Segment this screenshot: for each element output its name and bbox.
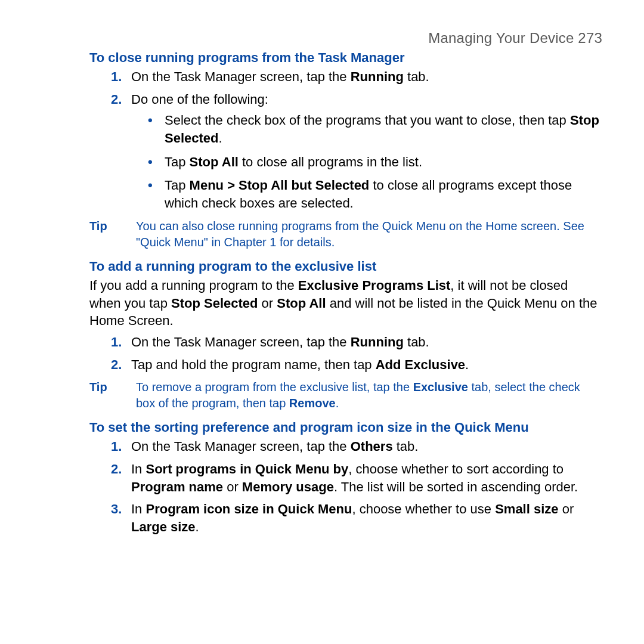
list-item: On the Task Manager screen, tap the Runn… [89, 333, 602, 351]
text: In [131, 501, 145, 516]
text: to close all programs in the list. [239, 154, 422, 169]
text: . [465, 357, 469, 372]
bold-text: Menu > Stop All but Selected [190, 178, 370, 193]
tip-close-programs: Tip You can also close running programs … [89, 218, 602, 250]
text: tab. [404, 69, 429, 84]
text: If you add a running program to the [89, 278, 298, 293]
text: Select the check box of the programs tha… [165, 113, 570, 128]
text: Do one of the following: [131, 92, 268, 107]
text: tab. [393, 439, 419, 454]
bold-text: Stop All [190, 154, 239, 169]
bold-text: Others [351, 439, 393, 454]
list-item: Select the check box of the programs tha… [131, 112, 602, 147]
text: tab. [404, 335, 429, 349]
text: . [336, 397, 339, 410]
text: On the Task Manager screen, tap the [131, 439, 351, 454]
text: On the Task Manager screen, tap the [131, 69, 351, 84]
list-item: Tap and hold the program name, then tap … [89, 356, 602, 374]
text: . [219, 131, 222, 145]
bold-text: Memory usage [242, 479, 334, 494]
bold-text: Stop All [277, 296, 326, 311]
tip-remove-exclusive: Tip To remove a program from the exclusi… [89, 379, 602, 411]
text: Tap [165, 154, 190, 169]
list-item: In Sort programs in Quick Menu by, choos… [89, 460, 602, 496]
tip-label: Tip [89, 379, 136, 411]
text: On the Task Manager screen, tap the [131, 335, 351, 349]
bold-text: Sort programs in Quick Menu by [145, 462, 348, 476]
list-item: Tap Menu > Stop All but Selected to clos… [131, 177, 602, 212]
section-title-sorting-preference: To set the sorting preference and progra… [89, 420, 602, 435]
document-page: Managing Your Device 273 To close runnin… [0, 0, 644, 644]
tip-body: To remove a program from the exclusive l… [136, 379, 602, 411]
list-item: Do one of the following: Select the chec… [89, 91, 602, 212]
text: , choose whether to use [352, 501, 495, 516]
bold-text: Add Exclusive [376, 357, 465, 372]
bold-text: Running [351, 335, 404, 349]
close-programs-options: Select the check box of the programs tha… [131, 112, 602, 212]
tip-body: You can also close running programs from… [136, 218, 602, 250]
text: In [131, 462, 145, 476]
close-programs-steps: On the Task Manager screen, tap the Runn… [89, 68, 602, 212]
bold-text: Remove [289, 397, 336, 410]
bold-text: Exclusive [413, 380, 468, 394]
text: or [258, 296, 277, 311]
list-item: On the Task Manager screen, tap the Runn… [89, 68, 602, 86]
tip-label: Tip [89, 218, 136, 250]
bold-text: Exclusive Programs List [298, 278, 451, 293]
add-exclusive-steps: On the Task Manager screen, tap the Runn… [89, 333, 602, 373]
list-item: Tap Stop All to close all programs in th… [131, 153, 602, 171]
text: , choose whether to sort according to [348, 462, 564, 476]
text: To remove a program from the exclusive l… [136, 380, 413, 394]
page-running-header: Managing Your Device 273 [89, 30, 602, 47]
list-item: On the Task Manager screen, tap the Othe… [89, 438, 602, 456]
text: Tap and hold the program name, then tap [131, 357, 376, 372]
bold-text: Program icon size in Quick Menu [145, 501, 352, 516]
bold-text: Small size [495, 501, 558, 516]
list-item: In Program icon size in Quick Menu, choo… [89, 500, 602, 535]
bold-text: Program name [131, 479, 223, 494]
bold-text: Large size [131, 519, 196, 534]
section-title-add-exclusive: To add a running program to the exclusiv… [89, 259, 602, 274]
section-title-close-programs: To close running programs from the Task … [89, 50, 602, 66]
text: . The list will be sorted in ascending o… [334, 479, 578, 494]
text: or [559, 501, 574, 516]
text: Tap [165, 178, 190, 193]
text: or [223, 479, 242, 494]
sorting-preference-steps: On the Task Manager screen, tap the Othe… [89, 438, 602, 535]
bold-text: Running [351, 69, 404, 84]
bold-text: Stop Selected [171, 296, 258, 311]
text: . [196, 519, 199, 534]
exclusive-intro: If you add a running program to the Excl… [89, 277, 602, 330]
